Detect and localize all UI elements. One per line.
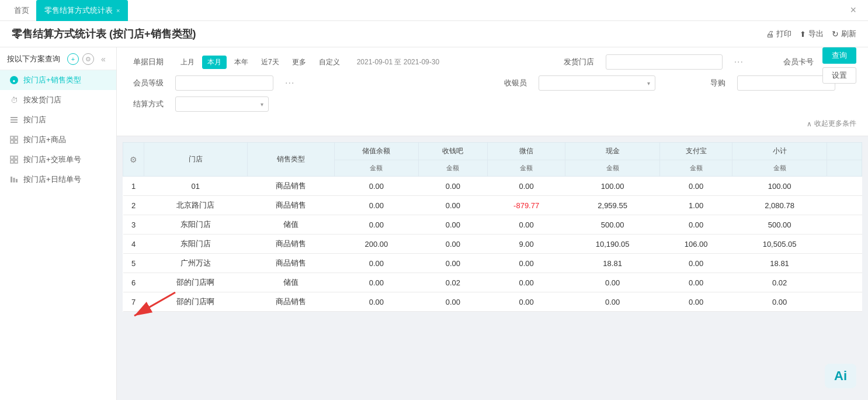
svg-rect-6 <box>15 136 18 139</box>
svg-text:●: ● <box>13 78 16 84</box>
refresh-label: 刷新 <box>841 29 856 39</box>
tab-label: 零售结算方式统计表 <box>44 5 113 16</box>
store-icon <box>9 115 19 125</box>
cashier-select[interactable]: ▾ <box>539 75 655 91</box>
cell-sales-type: 商品销售 <box>247 254 335 273</box>
cell-alipay: 0.00 <box>659 254 732 273</box>
guide-input[interactable] <box>737 75 835 91</box>
export-label: 导出 <box>808 29 824 39</box>
svg-rect-3 <box>11 119 18 120</box>
sidebar-header-label: 按以下方案查询 <box>7 54 64 64</box>
cell-extra <box>827 177 862 196</box>
cell-store: 广州万达 <box>144 254 248 273</box>
th-alipay: 支付宝 <box>659 143 732 160</box>
period-more[interactable]: 更多 <box>287 56 311 69</box>
sidebar-item-label: 按发货门店 <box>23 95 61 105</box>
tab-close-icon[interactable]: × <box>116 7 120 14</box>
member-level-input[interactable] <box>175 75 273 91</box>
cell-extra <box>827 273 862 292</box>
cell-cash: 18.81 <box>565 254 660 273</box>
window-close-icon[interactable]: × <box>845 4 861 16</box>
cell-shouqianba: 0.00 <box>418 254 487 273</box>
sidebar-item-by-store-sales[interactable]: ● 按门店+销售类型 <box>0 70 116 90</box>
collapse-sidebar-icon[interactable]: « <box>98 53 109 65</box>
ship-store-icon: ⏱ <box>9 95 19 105</box>
period-this-year[interactable]: 本年 <box>229 56 254 69</box>
period-last-month[interactable]: 上月 <box>175 56 200 69</box>
th-shouqianba-sub: 金额 <box>418 160 487 177</box>
period-this-month[interactable]: 本月 <box>202 56 227 69</box>
cell-wechat: 0.00 <box>488 215 565 235</box>
svg-rect-9 <box>11 156 13 159</box>
cell-subtotal: 10,505.05 <box>732 235 827 254</box>
refresh-icon: ↻ <box>832 29 839 39</box>
settings-button[interactable]: 设置 <box>822 67 856 84</box>
cell-wechat: -879.77 <box>488 196 565 215</box>
cell-subtotal: 18.81 <box>732 254 827 273</box>
cell-alipay: 1.00 <box>659 196 732 215</box>
table-row: 2 北京路门店 商品销售 0.00 0.00 -879.77 2,959.55 … <box>123 196 862 215</box>
table-gear-icon[interactable]: ⚙ <box>130 155 137 164</box>
cell-subtotal: 0.00 <box>732 292 827 312</box>
cell-subtotal: 100.00 <box>732 177 827 196</box>
sidebar-item-by-store-shift[interactable]: 按门店+交班单号 <box>0 150 116 170</box>
svg-rect-11 <box>11 160 13 163</box>
store-daily-icon <box>9 175 19 184</box>
cell-stored-value: 200.00 <box>335 235 418 254</box>
query-button[interactable]: 查询 <box>822 47 856 64</box>
sidebar-item-by-store-daily[interactable]: 按门店+日结单号 <box>0 170 116 189</box>
cell-stored-value: 0.00 <box>335 215 418 235</box>
period-custom[interactable]: 自定义 <box>314 56 345 69</box>
cell-no: 7 <box>123 292 144 312</box>
sidebar-item-by-store-goods[interactable]: 按门店+商品 <box>0 130 116 150</box>
th-wechat-sub: 金额 <box>488 160 565 177</box>
table-row: 3 东阳门店 储值 0.00 0.00 0.00 500.00 0.00 500… <box>123 215 862 235</box>
cell-stored-value: 0.00 <box>335 196 418 215</box>
sidebar-item-by-ship-store[interactable]: ⏱ 按发货门店 <box>0 90 116 110</box>
pay-method-select[interactable]: ▾ <box>175 96 269 112</box>
page-title: 零售结算方式统计表 (按门店+销售类型) <box>12 27 766 47</box>
add-scheme-icon[interactable]: + <box>67 53 79 65</box>
filter-area: 单据日期 上月 本月 本年 近7天 更多 自定义 2021-09-01 至 20… <box>117 47 868 136</box>
cell-cash: 100.00 <box>565 177 660 196</box>
cell-shouqianba: 0.00 <box>418 196 487 215</box>
cell-stored-value: 0.00 <box>335 273 418 292</box>
cell-wechat: 0.00 <box>488 292 565 312</box>
print-button[interactable]: 🖨 打印 <box>766 29 791 39</box>
ship-store-dots[interactable]: ··· <box>734 57 744 67</box>
store-goods-icon <box>9 135 19 144</box>
ship-store-input[interactable] <box>606 54 723 70</box>
cell-sales-type: 储值 <box>247 273 335 292</box>
ai-badge[interactable]: Ai <box>825 364 856 388</box>
cell-cash: 2,959.55 <box>565 196 660 215</box>
refresh-button[interactable]: ↻ 刷新 <box>832 29 856 39</box>
table-header-row: ⚙ 门店 销售类型 储值余额 收钱吧 微信 现金 支付宝 小计 <box>123 143 862 160</box>
cell-cash: 500.00 <box>565 215 660 235</box>
member-level-dots[interactable]: ··· <box>285 78 294 88</box>
header-actions: 🖨 打印 ⬆ 导出 ↻ 刷新 <box>766 29 856 45</box>
cell-no: 4 <box>123 235 144 254</box>
cell-store: 邵的门店啊 <box>144 292 248 312</box>
cell-shouqianba: 0.00 <box>418 235 487 254</box>
guide-label: 导购 <box>690 78 725 88</box>
main-layout: 按以下方案查询 + ⚙ « ● 按门店+销售类型 ⏱ 按发货门店 按门店 <box>0 47 868 400</box>
ai-label: Ai <box>834 368 847 383</box>
filter-row-1: 单据日期 上月 本月 本年 近7天 更多 自定义 2021-09-01 至 20… <box>129 54 856 70</box>
cell-shouqianba: 0.00 <box>418 177 487 196</box>
period-last-7[interactable]: 近7天 <box>256 56 284 69</box>
svg-rect-14 <box>13 178 15 182</box>
cell-shouqianba: 0.00 <box>418 215 487 235</box>
collapse-icon: ∧ <box>807 120 812 128</box>
settings-scheme-icon[interactable]: ⚙ <box>82 53 94 65</box>
active-tab[interactable]: 零售结算方式统计表 × <box>36 0 128 21</box>
svg-rect-15 <box>16 179 18 182</box>
sidebar-item-by-store[interactable]: 按门店 <box>0 110 116 130</box>
th-subtotal: 小计 <box>732 143 827 160</box>
collapse-more-btn[interactable]: ∧ 收起更多条件 <box>807 119 856 129</box>
export-button[interactable]: ⬆ 导出 <box>800 29 824 39</box>
home-link[interactable]: 首页 <box>7 5 36 16</box>
sidebar-item-label: 按门店+交班单号 <box>23 154 81 165</box>
cell-wechat: 9.00 <box>488 235 565 254</box>
cell-stored-value: 0.00 <box>335 254 418 273</box>
th-stored-value-sub: 金额 <box>335 160 418 177</box>
